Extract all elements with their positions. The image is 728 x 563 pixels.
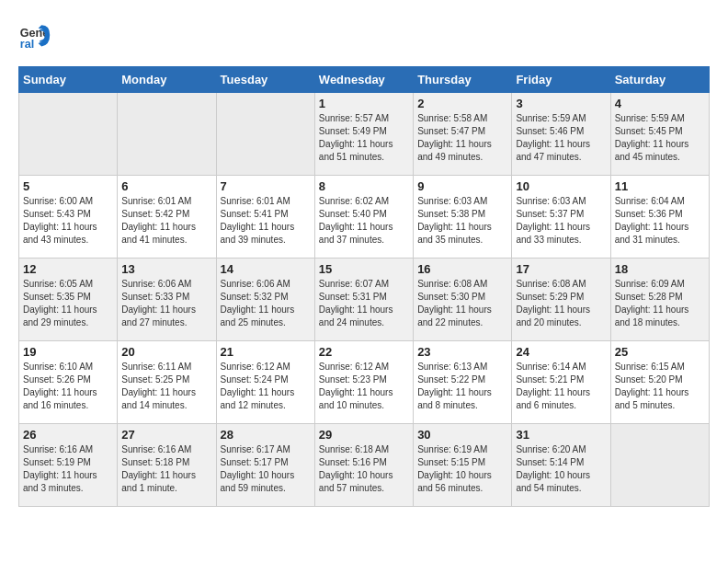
calendar-cell: 10Sunrise: 6:03 AM Sunset: 5:37 PM Dayli… [512,176,610,259]
calendar-cell: 13Sunrise: 6:06 AM Sunset: 5:33 PM Dayli… [118,259,216,341]
weekday-header-row: SundayMondayTuesdayWednesdayThursdayFrid… [19,67,710,93]
day-number: 9 [417,179,507,193]
day-number: 21 [221,345,311,359]
day-number: 13 [121,262,211,276]
calendar-cell: 15Sunrise: 6:07 AM Sunset: 5:31 PM Dayli… [314,259,413,341]
calendar-cell: 1Sunrise: 5:57 AM Sunset: 5:49 PM Daylig… [314,93,413,176]
day-number: 22 [319,345,409,359]
calendar-cell: 5Sunrise: 6:00 AM Sunset: 5:43 PM Daylig… [19,176,118,259]
calendar-cell: 4Sunrise: 5:59 AM Sunset: 5:45 PM Daylig… [610,93,709,176]
calendar-cell: 23Sunrise: 6:13 AM Sunset: 5:22 PM Dayli… [414,341,512,424]
day-info: Sunrise: 6:18 AM Sunset: 5:16 PM Dayligh… [319,443,409,495]
page-header: Gene ral [18,18,710,52]
day-info: Sunrise: 6:16 AM Sunset: 5:19 PM Dayligh… [23,443,113,495]
day-info: Sunrise: 6:09 AM Sunset: 5:28 PM Dayligh… [615,278,705,329]
calendar-cell [216,93,314,176]
day-info: Sunrise: 6:20 AM Sunset: 5:14 PM Dayligh… [516,443,606,495]
day-number: 30 [417,428,507,442]
calendar-week-row: 19Sunrise: 6:10 AM Sunset: 5:26 PM Dayli… [19,341,710,424]
day-info: Sunrise: 6:06 AM Sunset: 5:32 PM Dayligh… [221,278,311,329]
calendar-cell: 24Sunrise: 6:14 AM Sunset: 5:21 PM Dayli… [512,341,610,424]
day-number: 17 [516,262,606,276]
calendar-cell: 22Sunrise: 6:12 AM Sunset: 5:23 PM Dayli… [314,341,413,424]
calendar-cell: 27Sunrise: 6:16 AM Sunset: 5:18 PM Dayli… [118,424,216,507]
calendar-cell: 14Sunrise: 6:06 AM Sunset: 5:32 PM Dayli… [216,259,314,341]
calendar-cell: 28Sunrise: 6:17 AM Sunset: 5:17 PM Dayli… [216,424,314,507]
weekday-header-monday: Monday [118,67,216,93]
calendar-cell [19,93,118,176]
day-info: Sunrise: 6:14 AM Sunset: 5:21 PM Dayligh… [516,361,606,412]
calendar-cell: 21Sunrise: 6:12 AM Sunset: 5:24 PM Dayli… [216,341,314,424]
day-number: 26 [23,428,113,442]
day-number: 29 [319,428,409,442]
day-info: Sunrise: 6:01 AM Sunset: 5:41 PM Dayligh… [221,195,311,247]
day-info: Sunrise: 5:58 AM Sunset: 5:47 PM Dayligh… [417,112,507,164]
calendar-cell: 12Sunrise: 6:05 AM Sunset: 5:35 PM Dayli… [19,259,118,341]
svg-text:ral: ral [20,38,34,51]
day-info: Sunrise: 6:06 AM Sunset: 5:33 PM Dayligh… [121,278,211,329]
day-number: 12 [23,262,113,276]
calendar-cell: 26Sunrise: 6:16 AM Sunset: 5:19 PM Dayli… [19,424,118,507]
day-number: 16 [417,262,507,276]
day-info: Sunrise: 6:05 AM Sunset: 5:35 PM Dayligh… [23,278,113,329]
day-number: 27 [121,428,211,442]
logo: Gene ral [18,18,55,52]
day-info: Sunrise: 6:07 AM Sunset: 5:31 PM Dayligh… [319,278,409,329]
logo-icon: Gene ral [18,18,51,52]
day-info: Sunrise: 5:57 AM Sunset: 5:49 PM Dayligh… [319,112,409,164]
day-info: Sunrise: 6:19 AM Sunset: 5:15 PM Dayligh… [417,443,507,495]
day-number: 7 [221,179,311,193]
day-info: Sunrise: 5:59 AM Sunset: 5:45 PM Dayligh… [615,112,705,164]
calendar-cell: 11Sunrise: 6:04 AM Sunset: 5:36 PM Dayli… [610,176,709,259]
day-info: Sunrise: 6:12 AM Sunset: 5:23 PM Dayligh… [319,361,409,412]
day-info: Sunrise: 6:04 AM Sunset: 5:36 PM Dayligh… [615,195,705,247]
calendar-cell [118,93,216,176]
day-number: 3 [516,97,606,110]
weekday-header-thursday: Thursday [414,67,512,93]
day-info: Sunrise: 6:12 AM Sunset: 5:24 PM Dayligh… [221,361,311,412]
weekday-header-wednesday: Wednesday [314,67,413,93]
day-number: 20 [121,345,211,359]
day-info: Sunrise: 6:02 AM Sunset: 5:40 PM Dayligh… [319,195,409,247]
day-info: Sunrise: 5:59 AM Sunset: 5:46 PM Dayligh… [516,112,606,164]
weekday-header-saturday: Saturday [610,67,709,93]
day-number: 6 [121,179,211,193]
calendar-cell: 9Sunrise: 6:03 AM Sunset: 5:38 PM Daylig… [414,176,512,259]
weekday-header-friday: Friday [512,67,610,93]
day-info: Sunrise: 6:10 AM Sunset: 5:26 PM Dayligh… [23,361,113,412]
calendar-cell: 20Sunrise: 6:11 AM Sunset: 5:25 PM Dayli… [118,341,216,424]
day-info: Sunrise: 6:03 AM Sunset: 5:37 PM Dayligh… [516,195,606,247]
calendar-week-row: 12Sunrise: 6:05 AM Sunset: 5:35 PM Dayli… [19,259,710,341]
day-number: 23 [417,345,507,359]
calendar-week-row: 1Sunrise: 5:57 AM Sunset: 5:49 PM Daylig… [19,93,710,176]
day-number: 31 [516,428,606,442]
day-info: Sunrise: 6:00 AM Sunset: 5:43 PM Dayligh… [23,195,113,247]
day-number: 10 [516,179,606,193]
day-info: Sunrise: 6:11 AM Sunset: 5:25 PM Dayligh… [121,361,211,412]
day-number: 24 [516,345,606,359]
day-number: 8 [319,179,409,193]
day-number: 5 [23,179,113,193]
day-info: Sunrise: 6:13 AM Sunset: 5:22 PM Dayligh… [417,361,507,412]
day-number: 18 [615,262,705,276]
weekday-header-sunday: Sunday [19,67,118,93]
calendar-cell: 18Sunrise: 6:09 AM Sunset: 5:28 PM Dayli… [610,259,709,341]
weekday-header-tuesday: Tuesday [216,67,314,93]
calendar: SundayMondayTuesdayWednesdayThursdayFrid… [18,66,710,507]
calendar-week-row: 26Sunrise: 6:16 AM Sunset: 5:19 PM Dayli… [19,424,710,507]
calendar-cell: 29Sunrise: 6:18 AM Sunset: 5:16 PM Dayli… [314,424,413,507]
day-number: 2 [417,97,507,110]
calendar-cell: 16Sunrise: 6:08 AM Sunset: 5:30 PM Dayli… [414,259,512,341]
day-info: Sunrise: 6:16 AM Sunset: 5:18 PM Dayligh… [121,443,211,495]
day-info: Sunrise: 6:15 AM Sunset: 5:20 PM Dayligh… [615,361,705,412]
day-info: Sunrise: 6:01 AM Sunset: 5:42 PM Dayligh… [121,195,211,247]
day-number: 15 [319,262,409,276]
calendar-cell: 30Sunrise: 6:19 AM Sunset: 5:15 PM Dayli… [414,424,512,507]
calendar-cell: 6Sunrise: 6:01 AM Sunset: 5:42 PM Daylig… [118,176,216,259]
calendar-cell: 19Sunrise: 6:10 AM Sunset: 5:26 PM Dayli… [19,341,118,424]
day-number: 14 [221,262,311,276]
day-number: 4 [615,97,705,110]
day-info: Sunrise: 6:03 AM Sunset: 5:38 PM Dayligh… [417,195,507,247]
day-info: Sunrise: 6:08 AM Sunset: 5:29 PM Dayligh… [516,278,606,329]
calendar-cell: 31Sunrise: 6:20 AM Sunset: 5:14 PM Dayli… [512,424,610,507]
